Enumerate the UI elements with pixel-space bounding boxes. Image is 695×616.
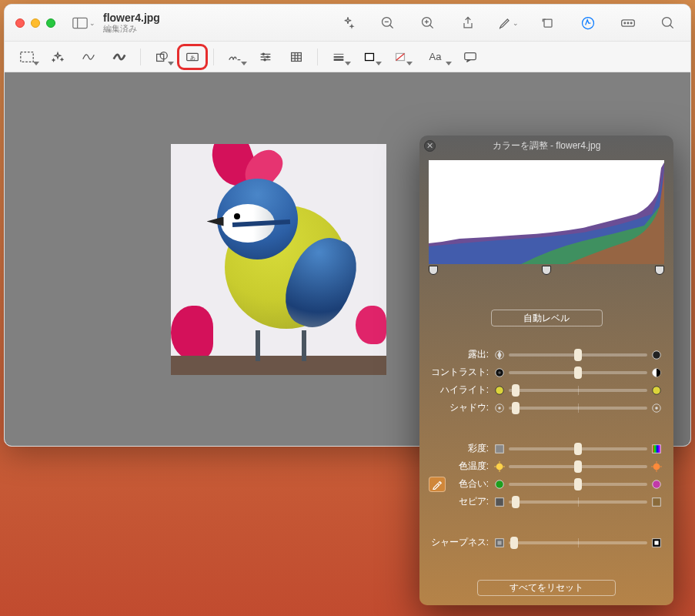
search-icon[interactable] [657,12,680,35]
slider-track[interactable] [509,465,647,468]
border-color-tool[interactable] [356,46,383,68]
zoom-window[interactable] [46,18,55,28]
svg-rect-39 [465,52,476,59]
zoom-in-icon[interactable] [416,12,439,35]
slider-track[interactable] [509,447,647,450]
slider-label: コントラスト: [429,366,492,379]
hl-yellow-icon [493,384,506,397]
aperture-closed-icon [650,349,663,361]
svg-point-46 [653,386,661,394]
svg-point-45 [496,386,504,394]
minimize-window[interactable] [31,18,40,28]
slider-highlights: ハイライト: [429,381,664,399]
markup-toolbar: あ Aa [5,42,690,72]
svg-point-14 [630,22,632,24]
svg-rect-17 [21,52,33,62]
instant-alpha-tool[interactable] [45,46,71,68]
sh-dot-icon [650,402,663,414]
svg-point-10 [583,17,594,28]
slider-track[interactable] [509,483,647,486]
svg-rect-9 [544,19,552,27]
svg-point-12 [624,22,626,24]
svg-rect-0 [73,18,87,28]
slider-knob[interactable] [574,460,582,473]
svg-rect-51 [496,444,504,453]
draw-tool[interactable] [106,46,132,68]
slider-knob[interactable] [512,384,520,397]
svg-point-41 [653,350,661,359]
contrast-high-icon [650,367,663,379]
file-name: flower4.jpg [103,12,160,24]
slider-track[interactable] [509,353,647,357]
svg-rect-66 [653,497,661,506]
temp-hot-icon [650,460,663,473]
sketch-tool[interactable] [75,46,102,68]
slider-label: シャープネス: [429,536,492,549]
annotate-tool[interactable] [457,46,483,68]
share-icon[interactable] [456,12,479,35]
sparkle-icon[interactable] [336,12,359,35]
white-point-handle[interactable] [655,266,664,275]
file-subtitle: 編集済み [103,24,160,34]
line-style-tool[interactable] [326,46,352,68]
slider-track[interactable] [509,500,647,504]
reset-all-button[interactable]: すべてをリセット [477,580,616,596]
zoom-out-icon[interactable] [376,12,399,35]
sliders-group-2: 彩度:色温度:色合い:セピア: [419,440,673,511]
titlebar-actions: ⌄ [336,12,680,35]
info-icon[interactable] [616,12,640,35]
svg-point-26 [266,55,269,59]
font-style-tool[interactable]: Aa [418,46,453,68]
markup-pencil-icon[interactable]: ⌄ [496,12,520,35]
svg-point-25 [262,52,265,55]
slider-knob[interactable] [574,367,582,379]
svg-line-6 [430,25,433,28]
slider-knob[interactable] [574,478,582,490]
sharpness-row-container: シャープネス: [419,534,673,551]
histogram[interactable] [429,160,664,264]
shapes-tool[interactable] [149,46,175,68]
svg-point-53 [496,463,503,470]
svg-line-16 [670,25,673,28]
markup-toolbar-toggle[interactable] [576,12,600,35]
sepia-off-icon [493,496,506,508]
svg-point-13 [627,22,629,24]
eyedropper-button[interactable] [429,477,446,492]
black-point-handle[interactable] [429,266,438,275]
svg-point-63 [496,480,504,488]
slider-knob[interactable] [512,402,520,414]
mid-point-handle[interactable] [542,266,551,275]
slider-knob[interactable] [574,349,582,361]
svg-rect-36 [366,53,374,60]
slider-label: 彩度: [429,442,492,455]
close-window[interactable] [15,18,25,28]
svg-point-58 [653,463,660,470]
title-block: flower4.jpg 編集済み [103,12,160,34]
slider-track[interactable] [509,541,647,544]
fill-color-tool[interactable] [387,46,413,68]
slider-knob[interactable] [510,537,518,549]
selection-tool[interactable] [14,46,40,68]
slider-label: シャドウ: [429,401,492,414]
svg-rect-52 [653,444,661,453]
crop-tool[interactable] [283,46,309,68]
text-box-tool[interactable]: あ [179,46,205,68]
svg-rect-70 [654,541,658,544]
slider-knob[interactable] [512,496,520,508]
adjust-color-tool[interactable] [252,46,279,68]
slider-track[interactable] [509,389,647,392]
slider-track[interactable] [509,407,647,410]
panel-titlebar: ✕ カラーを調整 - flower4.jpg [419,136,673,156]
temp-cold-icon [493,460,506,473]
svg-point-15 [663,17,672,26]
sign-tool[interactable] [222,46,248,68]
svg-rect-28 [292,52,302,61]
traffic-lights [15,18,55,28]
auto-levels-button[interactable]: 自動レベル [491,310,603,326]
slider-track[interactable] [509,371,647,374]
sidebar-toggle[interactable]: ⌄ [69,12,99,34]
svg-point-43 [498,371,501,374]
rotate-icon[interactable] [536,12,560,35]
slider-knob[interactable] [574,443,582,455]
slider-undefined: シャープネス: [429,534,664,551]
